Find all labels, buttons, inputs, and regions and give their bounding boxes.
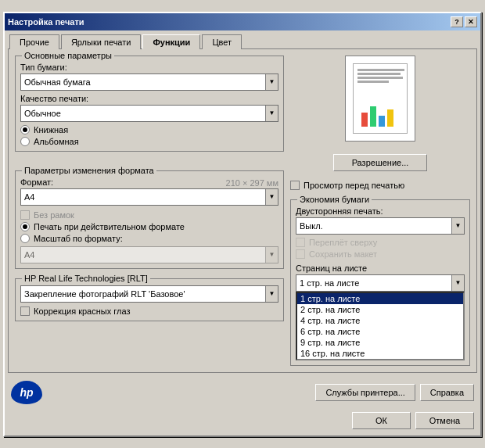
pages-value: 1 стр. на листе bbox=[296, 278, 451, 288]
format-label: Формат: bbox=[20, 177, 53, 187]
scale-select[interactable]: А4 ▼ bbox=[20, 246, 278, 263]
scale-value: А4 bbox=[21, 250, 265, 260]
print-quality-select[interactable]: Обычное ▼ bbox=[20, 105, 278, 122]
pages-option-3[interactable]: 4 стр. на листе bbox=[297, 315, 463, 326]
help-button-bottom[interactable]: Справка bbox=[420, 384, 474, 401]
red-eye-label: Коррекция красных глаз bbox=[34, 306, 130, 316]
no-borders-label: Без рамок bbox=[34, 210, 74, 220]
preview-area bbox=[345, 56, 415, 142]
bind-top-item[interactable]: Переплёт сверху bbox=[296, 238, 465, 247]
red-eye-item[interactable]: Коррекция красных глаз bbox=[20, 306, 278, 316]
pages-option-2[interactable]: 2 стр. на листе bbox=[297, 304, 463, 315]
content-inner: Основные параметры Тип бумаги: Обычная б… bbox=[15, 56, 470, 366]
pages-option-4[interactable]: 6 стр. на листе bbox=[297, 326, 463, 337]
duplex-value: Выкл. bbox=[296, 221, 451, 231]
pages-option-6[interactable]: 16 стр. на листе bbox=[297, 348, 463, 359]
rlt-arrow: ▼ bbox=[265, 286, 278, 302]
pages-select[interactable]: 1 стр. на листе ▼ bbox=[296, 274, 465, 292]
save-layout-label: Сохранить макет bbox=[309, 249, 377, 259]
tab-funkcii[interactable]: Функции bbox=[142, 34, 200, 49]
economy-title: Экономия бумаги bbox=[297, 195, 372, 204]
services-button[interactable]: Службы принтера... bbox=[315, 384, 415, 401]
economy-group: Экономия бумаги Двусторонняя печать: Вык… bbox=[290, 199, 470, 366]
preview-lines bbox=[354, 64, 407, 88]
no-borders-item[interactable]: Без рамок bbox=[20, 210, 278, 220]
window-title: Настройка печати bbox=[8, 17, 84, 27]
scale-label: Масштаб по формату: bbox=[34, 234, 123, 243]
format-value: А4 bbox=[21, 192, 265, 202]
hp-logo: hp bbox=[11, 381, 42, 404]
save-layout-item[interactable]: Сохранить макет bbox=[296, 249, 465, 259]
paper-type-value: Обычная бумага bbox=[21, 77, 265, 87]
tab-prochie[interactable]: Прочие bbox=[9, 34, 59, 49]
orientation-book-item[interactable]: Книжная bbox=[20, 125, 278, 134]
rlt-value: Закрепление фотографий RLT 'Базовое' bbox=[21, 289, 265, 299]
format-arrow: ▼ bbox=[265, 189, 278, 205]
print-actual-radio[interactable] bbox=[20, 222, 30, 231]
red-eye-checkbox[interactable] bbox=[20, 306, 30, 316]
format-params-title: Параметры изменения формата bbox=[22, 166, 156, 175]
pages-option-1[interactable]: 1 стр. на листе bbox=[297, 293, 463, 304]
left-panel: Основные параметры Тип бумаги: Обычная б… bbox=[15, 56, 284, 366]
preview-print-checkbox[interactable] bbox=[290, 181, 300, 190]
tabs-bar: Прочие Ярлыки печати Функции Цвет bbox=[5, 30, 480, 48]
print-quality-label: Качество печати: bbox=[20, 94, 278, 103]
basic-params-group: Основные параметры Тип бумаги: Обычная б… bbox=[15, 56, 284, 152]
bottom-bar: hp Службы принтера... Справка bbox=[5, 376, 480, 409]
print-quality-arrow: ▼ bbox=[265, 106, 278, 121]
orientation-album-item[interactable]: Альбомная bbox=[20, 137, 278, 146]
orientation-album-radio[interactable] bbox=[20, 137, 30, 146]
print-quality-value: Обычное bbox=[21, 109, 265, 118]
pages-label: Страниц на листе bbox=[296, 263, 465, 273]
rlt-title: HP Real Life Technologies [RLT] bbox=[22, 274, 150, 283]
cancel-button[interactable]: Отмена bbox=[415, 412, 474, 429]
scale-arrow: ▼ bbox=[265, 247, 278, 263]
pages-option-5[interactable]: 9 стр. на листе bbox=[297, 337, 463, 348]
scale-radio[interactable] bbox=[20, 234, 30, 243]
orientation-book-radio[interactable] bbox=[20, 125, 30, 134]
close-button[interactable]: ✕ bbox=[465, 16, 477, 27]
format-radio-group: Без рамок Печать при действительном форм… bbox=[20, 210, 278, 243]
right-panel: Разрешение... Просмотр перед печатью Эко… bbox=[290, 56, 470, 366]
tab-yarlyki[interactable]: Ярлыки печати bbox=[61, 34, 142, 49]
paper-type-arrow: ▼ bbox=[265, 74, 278, 90]
duplex-select[interactable]: Выкл. ▼ bbox=[296, 217, 465, 235]
basic-params-title: Основные параметры bbox=[22, 51, 114, 60]
rlt-group: HP Real Life Technologies [RLT] Закрепле… bbox=[15, 278, 284, 321]
print-actual-label: Печать при действительном формате bbox=[34, 222, 185, 231]
orientation-album-label: Альбомная bbox=[34, 137, 79, 146]
help-button[interactable]: ? bbox=[451, 16, 463, 27]
pages-arrow: ▼ bbox=[451, 275, 464, 291]
preview-print-item[interactable]: Просмотр перед печатью bbox=[290, 181, 470, 190]
duplex-label: Двусторонняя печать: bbox=[296, 206, 465, 216]
bind-top-checkbox[interactable] bbox=[296, 238, 305, 247]
bind-top-label: Переплёт сверху bbox=[309, 238, 377, 247]
paper-type-select[interactable]: Обычная бумага ▼ bbox=[20, 73, 278, 91]
paper-type-label: Тип бумаги: bbox=[20, 63, 278, 72]
preview-paper bbox=[353, 63, 408, 134]
title-bar: Настройка печати ? ✕ bbox=[5, 13, 480, 30]
scale-item[interactable]: Масштаб по формату: bbox=[20, 234, 278, 243]
pages-dropdown-list: 1 стр. на листе 2 стр. на листе 4 стр. н… bbox=[296, 292, 465, 360]
tab-content: Основные параметры Тип бумаги: Обычная б… bbox=[8, 48, 477, 373]
save-layout-checkbox[interactable] bbox=[296, 249, 305, 259]
preview-print-label: Просмотр перед печатью bbox=[304, 181, 404, 190]
title-bar-buttons: ? ✕ bbox=[451, 16, 477, 27]
format-params-group: Параметры изменения формата Формат: 210 … bbox=[15, 170, 284, 269]
format-select[interactable]: А4 ▼ bbox=[20, 188, 278, 206]
tab-cvet[interactable]: Цвет bbox=[202, 34, 242, 49]
resolution-button[interactable]: Разрешение... bbox=[333, 154, 427, 171]
rlt-select[interactable]: Закрепление фотографий RLT 'Базовое' ▼ bbox=[20, 285, 278, 303]
format-size: 210 × 297 мм bbox=[226, 178, 278, 188]
no-borders-checkbox[interactable] bbox=[20, 210, 30, 220]
duplex-arrow: ▼ bbox=[451, 218, 464, 234]
ok-button[interactable]: ОК bbox=[352, 412, 411, 429]
orientation-group: Книжная Альбомная bbox=[20, 125, 278, 146]
main-window: Настройка печати ? ✕ Прочие Ярлыки печат… bbox=[3, 12, 482, 437]
preview-chart bbox=[361, 106, 393, 127]
orientation-book-label: Книжная bbox=[34, 125, 68, 134]
print-actual-item[interactable]: Печать при действительном формате bbox=[20, 222, 278, 231]
